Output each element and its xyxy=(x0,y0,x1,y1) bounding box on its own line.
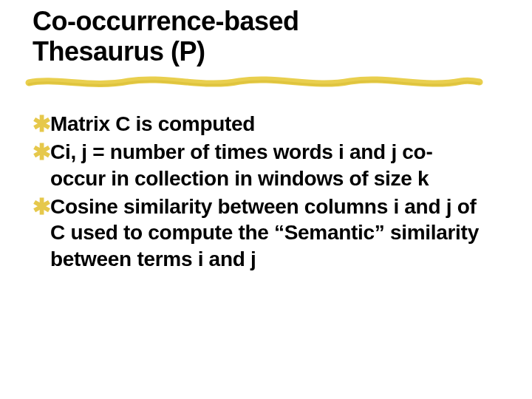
bullet-icon: ✱ xyxy=(33,194,50,220)
bullet-text: Cosine similarity between columns i and … xyxy=(50,194,488,273)
bullet-icon: ✱ xyxy=(33,111,50,137)
list-item: ✱ Ci, j = number of times words i and j … xyxy=(33,139,488,192)
slide-title: Co-occurrence-based Thesaurus (P) xyxy=(33,6,502,67)
title-line-1: Co-occurrence-based xyxy=(33,6,299,36)
bullet-text: Matrix C is computed xyxy=(50,111,488,137)
slide: Co-occurrence-based Thesaurus (P) ✱ Matr… xyxy=(0,0,532,399)
title-line-2: Thesaurus (P) xyxy=(33,36,205,66)
body-content: ✱ Matrix C is computed ✱ Ci, j = number … xyxy=(33,111,488,274)
bullet-icon: ✱ xyxy=(33,139,50,166)
list-item: ✱ Cosine similarity between columns i an… xyxy=(33,194,488,273)
list-item: ✱ Matrix C is computed xyxy=(33,111,488,137)
bullet-text: Ci, j = number of times words i and j co… xyxy=(50,139,488,192)
title-underline-icon xyxy=(25,72,483,92)
